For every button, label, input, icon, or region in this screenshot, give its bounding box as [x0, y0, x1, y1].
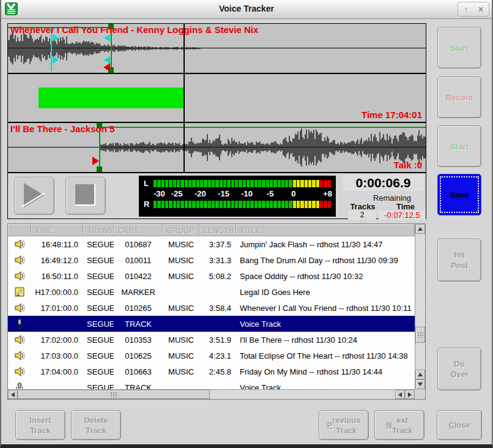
vertical-scroll-thumb[interactable]: [415, 327, 425, 343]
remaining-time-label: Time: [391, 202, 420, 211]
track1-segue-marker-line[interactable]: [51, 30, 52, 72]
meter-segment: [165, 180, 168, 187]
meter-segment: [200, 180, 203, 187]
segue-end-handle-icon[interactable]: [104, 34, 110, 42]
stop-icon: [75, 184, 95, 206]
do-over-button[interactable]: DoOver: [437, 348, 481, 390]
meter-segment: [185, 201, 188, 208]
meter-tick-label: -15: [218, 189, 229, 198]
log-row[interactable]: SEGUETRACKVoice Track: [8, 379, 415, 389]
insert-track-button[interactable]: InsertTrack: [15, 410, 65, 440]
scroll-left-button[interactable]: [395, 390, 405, 399]
meter-segment: [305, 201, 308, 208]
record-button[interactable]: Record: [437, 77, 481, 118]
meter-segment: [188, 180, 191, 187]
horizontal-scrollbar[interactable]: [8, 389, 415, 399]
track1-title: Whenever I Call You Friend - Kenny Loggi…: [10, 24, 258, 35]
meter-segment: [328, 180, 331, 187]
cell-title: Voice Track: [236, 319, 415, 329]
meter-segment: [169, 180, 172, 187]
delete-track-button[interactable]: DeleteTrack: [71, 410, 121, 440]
remaining-tracks-value: 2: [348, 211, 376, 220]
tracker-panel: Whenever I Call You Friend - Kenny Loggi…: [7, 23, 426, 219]
stop-button[interactable]: [65, 177, 106, 215]
meter-segment: [328, 201, 331, 208]
meter-tick-label: -25: [171, 189, 183, 198]
segue-marker-handle-icon[interactable]: [53, 56, 59, 64]
scroll-up-button[interactable]: [415, 370, 425, 379]
meter-tick-label: -10: [241, 189, 253, 198]
cell-cart: 010625: [114, 351, 163, 360]
scroll-up-button[interactable]: [415, 224, 425, 234]
track1-fade-handle-icon[interactable]: [103, 63, 110, 72]
track2-fade-handle-icon[interactable]: [92, 157, 99, 165]
meter-segment: [161, 180, 165, 187]
meter-segment: [270, 201, 273, 208]
cell-title: Friday On My Mind -- rdhost 11/30 14:44: [236, 367, 415, 376]
log-row[interactable]: 17:04:00.0SEGUE010663MUSIC2:45.8Friday O…: [8, 364, 415, 379]
column-header-length[interactable]: LENGTH: [199, 224, 236, 236]
column-header-group[interactable]: GROUP: [163, 224, 199, 236]
next-track-button[interactable]: NextTrack: [374, 410, 424, 440]
remaining-time-value: -0:07:12.5: [379, 211, 426, 220]
start-2-button[interactable]: Start: [437, 125, 481, 167]
meter-segment: [180, 201, 183, 208]
track1-pane: Whenever I Call You Friend - Kenny Loggi…: [8, 24, 426, 74]
log-row[interactable]: SEGUETRACKVoice Track: [8, 316, 415, 332]
cell-title: Voice Track: [236, 383, 415, 390]
meter-segment: [239, 180, 242, 187]
log-row[interactable]: 17:02:00.0SEGUE010353MUSIC3:51.9I'll Be …: [8, 332, 415, 348]
log-row[interactable]: 17:01:00.0SEGUE010265MUSIC3:58.4Whenever…: [8, 300, 415, 316]
meter-segment: [239, 201, 242, 208]
log-row[interactable]: 16:50:11.0SEGUE010422MUSIC5:08.2Space Od…: [8, 268, 415, 284]
save-button[interactable]: Save: [437, 174, 481, 215]
vertical-scrollbar[interactable]: [415, 224, 425, 389]
meter-segment: [278, 201, 281, 208]
meter-segment: [208, 180, 211, 187]
cell-title: Jumpin' Jack Flash -- rdhost 11/30 14:47: [236, 240, 415, 249]
meter-segment: [169, 201, 172, 208]
horizontal-scroll-thumb[interactable]: [18, 390, 210, 399]
previous-track-button[interactable]: PreviousTrack: [319, 410, 369, 440]
meter-segment: [250, 180, 253, 187]
track2-level-line: [100, 127, 426, 128]
scroll-down-button[interactable]: [415, 379, 425, 389]
close-button[interactable]: Close: [437, 410, 482, 440]
cell-trans: SEGUE: [83, 256, 114, 265]
meter-segment: [223, 201, 226, 208]
meter-left-label: L: [144, 179, 154, 187]
column-header-trans[interactable]: TRANS: [83, 224, 114, 236]
play-button[interactable]: [14, 177, 54, 215]
cell-group: MUSIC: [163, 256, 199, 265]
hit-post-button[interactable]: HitPost: [437, 239, 481, 282]
meter-segment: [196, 180, 199, 187]
meter-segment: [227, 180, 230, 187]
log-row[interactable]: 17:03:00.0SEGUE010625MUSIC4:23.1Total Ec…: [8, 348, 415, 364]
cell-time: 17:04:00.0: [31, 367, 83, 376]
meter-segment: [173, 180, 176, 187]
start-1-button[interactable]: Start: [437, 27, 481, 69]
meter-segment: [200, 201, 203, 208]
segue-marker-handle-icon[interactable]: [53, 34, 59, 42]
voice-track-block[interactable]: [39, 88, 183, 108]
meter-segment: [204, 180, 207, 187]
close-window-icon[interactable]: ×: [474, 3, 487, 15]
titlebar[interactable]: Voice Tracker ↑ ×: [1, 0, 492, 19]
column-header-time[interactable]: TIME: [31, 224, 83, 236]
column-header-title[interactable]: TITLE: [236, 224, 415, 236]
scroll-left-button[interactable]: [8, 390, 18, 399]
shade-window-icon[interactable]: ↑: [459, 3, 473, 15]
meter-segment: [266, 201, 269, 208]
marker-handle-square[interactable]: [97, 166, 102, 172]
cell-time: 16:49:12.0: [31, 256, 83, 265]
column-header-cart[interactable]: CART: [114, 224, 163, 236]
scroll-right-button[interactable]: [405, 390, 415, 399]
column-header-icon[interactable]: [8, 224, 31, 236]
cell-cart: TRACK: [114, 319, 163, 329]
log-row[interactable]: 16:49:12.0SEGUE010011MUSIC3:31.3Bang The…: [8, 252, 415, 268]
remaining-label: Remaining: [369, 193, 415, 203]
voice-track-pane: Time 17:04:01: [8, 74, 426, 123]
log-row[interactable]: 16:48:11.0SEGUE010687MUSIC3:37.5Jumpin' …: [8, 236, 415, 252]
meter-right-label: R: [144, 200, 154, 208]
log-row[interactable]: H17:00:00.0SEGUEMARKERLegal ID Goes Here: [8, 284, 415, 300]
